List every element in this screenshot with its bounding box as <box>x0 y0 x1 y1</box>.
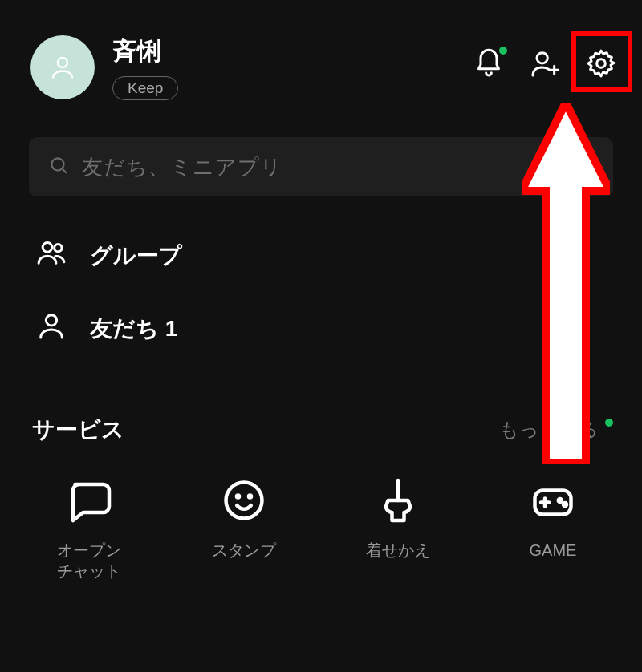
notification-dot <box>499 47 507 55</box>
svg-point-12 <box>563 503 567 506</box>
services-grid: オープン チャット スタンプ 着せかえ <box>0 476 642 581</box>
service-openchat[interactable]: オープン チャット <box>29 476 149 581</box>
svg-point-8 <box>237 496 239 498</box>
home-list: グループ 友だち 1 <box>0 237 642 347</box>
person-icon <box>35 310 67 347</box>
scan-icon[interactable] <box>570 153 594 180</box>
username[interactable]: 斉悧 <box>112 35 178 68</box>
add-friend-button[interactable] <box>528 47 562 80</box>
svg-point-3 <box>51 158 63 170</box>
services-title: サービス <box>32 415 124 445</box>
header: 斉悧 Keep <box>0 0 642 100</box>
person-icon <box>48 53 77 82</box>
service-game[interactable]: GAME <box>493 476 613 581</box>
service-label: スタンプ <box>212 540 276 561</box>
more-dot <box>605 419 613 427</box>
service-theme[interactable]: 着せかえ <box>338 476 458 581</box>
brush-icon <box>374 476 422 525</box>
friends-label: 友だち 1 <box>90 314 177 344</box>
friends-row[interactable]: 友だち 1 <box>35 310 607 347</box>
svg-point-0 <box>58 58 67 67</box>
svg-point-1 <box>537 53 547 63</box>
add-friend-icon <box>529 47 561 79</box>
profile-text: 斉悧 Keep <box>112 35 178 100</box>
chat-bubble-icon <box>65 476 113 525</box>
groups-row[interactable]: グループ <box>35 237 607 274</box>
svg-point-2 <box>597 59 606 68</box>
search-icon <box>48 155 69 179</box>
gear-icon <box>585 47 617 79</box>
search-placeholder: 友だち、ミニアプリ <box>82 153 557 181</box>
avatar[interactable] <box>30 35 95 99</box>
settings-button[interactable] <box>584 47 618 80</box>
notifications-button[interactable] <box>472 47 506 80</box>
groups-label: グループ <box>90 241 182 271</box>
smiley-icon <box>220 476 268 525</box>
search-bar[interactable]: 友だち、ミニアプリ <box>29 137 613 196</box>
svg-point-9 <box>249 496 251 498</box>
keep-button[interactable]: Keep <box>112 76 178 100</box>
group-icon <box>35 237 67 274</box>
svg-point-4 <box>43 243 52 253</box>
service-label: GAME <box>530 540 577 561</box>
svg-point-7 <box>226 483 262 519</box>
svg-point-6 <box>46 315 56 326</box>
svg-point-11 <box>559 499 562 502</box>
header-icons <box>472 35 618 80</box>
svg-point-5 <box>55 245 62 252</box>
service-label: オープン チャット <box>57 540 121 581</box>
more-label: もっと見る <box>499 419 599 440</box>
services-more-link[interactable]: もっと見る <box>499 417 610 443</box>
services-header: サービス もっと見る <box>0 415 642 445</box>
service-stamp[interactable]: スタンプ <box>184 476 304 581</box>
service-label: 着せかえ <box>366 540 430 561</box>
gamepad-icon <box>529 476 577 525</box>
